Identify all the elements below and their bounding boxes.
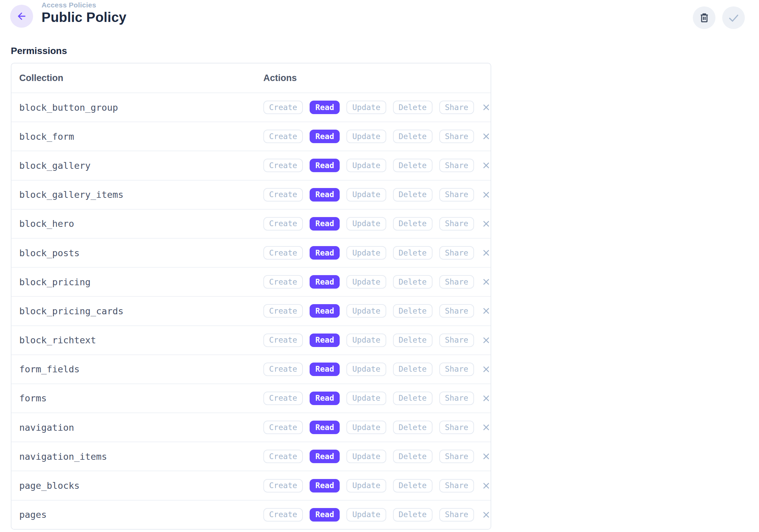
action-chip-delete[interactable]: Delete: [393, 304, 433, 318]
action-chip-delete[interactable]: Delete: [393, 188, 433, 202]
action-chip-share[interactable]: Share: [439, 450, 474, 463]
action-chip-share[interactable]: Share: [439, 217, 474, 231]
action-chip-update[interactable]: Update: [346, 246, 386, 260]
close-icon: [482, 481, 491, 490]
action-chip-delete[interactable]: Delete: [393, 392, 433, 405]
action-chip-update[interactable]: Update: [346, 159, 386, 172]
action-chip-update[interactable]: Update: [346, 130, 386, 143]
action-chip-create[interactable]: Create: [263, 246, 303, 260]
action-chip-read[interactable]: Read: [310, 508, 340, 522]
remove-permission-button[interactable]: [481, 480, 491, 491]
remove-permission-button[interactable]: [481, 393, 491, 404]
action-chip-create[interactable]: Create: [263, 363, 303, 376]
action-chip-read[interactable]: Read: [310, 246, 340, 260]
action-chip-read[interactable]: Read: [310, 159, 340, 172]
action-chip-update[interactable]: Update: [346, 101, 386, 114]
action-chip-delete[interactable]: Delete: [393, 275, 433, 289]
action-chip-delete[interactable]: Delete: [393, 217, 433, 231]
action-chip-read[interactable]: Read: [310, 392, 340, 405]
action-chip-read[interactable]: Read: [310, 421, 340, 434]
action-chip-update[interactable]: Update: [346, 392, 386, 405]
action-chip-update[interactable]: Update: [346, 188, 386, 202]
action-chip-read[interactable]: Read: [310, 130, 340, 143]
action-chip-delete[interactable]: Delete: [393, 334, 433, 347]
remove-permission-button[interactable]: [481, 422, 491, 433]
action-chip-create[interactable]: Create: [263, 334, 303, 347]
action-chip-read[interactable]: Read: [310, 101, 340, 114]
action-chip-delete[interactable]: Delete: [393, 508, 433, 522]
action-chip-delete[interactable]: Delete: [393, 246, 433, 260]
action-chip-read[interactable]: Read: [310, 217, 340, 231]
table-row: navigation CreateReadUpdateDeleteShare: [11, 413, 491, 442]
action-chip-read[interactable]: Read: [310, 479, 340, 493]
action-chip-create[interactable]: Create: [263, 304, 303, 318]
action-chip-delete[interactable]: Delete: [393, 159, 433, 172]
action-chip-update[interactable]: Update: [346, 304, 386, 318]
action-chip-create[interactable]: Create: [263, 508, 303, 522]
action-chip-read[interactable]: Read: [310, 275, 340, 289]
action-chip-delete[interactable]: Delete: [393, 130, 433, 143]
action-chip-create[interactable]: Create: [263, 392, 303, 405]
remove-permission-button[interactable]: [481, 102, 491, 113]
action-chip-share[interactable]: Share: [439, 421, 474, 434]
action-chip-delete[interactable]: Delete: [393, 421, 433, 434]
remove-permission-button[interactable]: [481, 160, 491, 171]
action-chip-update[interactable]: Update: [346, 275, 386, 289]
delete-policy-button[interactable]: [693, 6, 715, 29]
remove-permission-button[interactable]: [481, 451, 491, 462]
action-chip-share[interactable]: Share: [439, 508, 474, 522]
action-chip-update[interactable]: Update: [346, 217, 386, 231]
action-chip-update[interactable]: Update: [346, 479, 386, 493]
action-chip-read[interactable]: Read: [310, 450, 340, 463]
save-policy-button[interactable]: [722, 6, 745, 29]
action-chip-read[interactable]: Read: [310, 363, 340, 376]
action-chip-share[interactable]: Share: [439, 130, 474, 143]
collection-name: block_form: [19, 131, 263, 142]
action-chip-create[interactable]: Create: [263, 479, 303, 493]
action-chip-share[interactable]: Share: [439, 188, 474, 202]
collection-name: block_posts: [19, 248, 263, 258]
action-chip-share[interactable]: Share: [439, 304, 474, 318]
action-chip-create[interactable]: Create: [263, 130, 303, 143]
action-chip-update[interactable]: Update: [346, 508, 386, 522]
action-chip-read[interactable]: Read: [310, 334, 340, 347]
remove-permission-button[interactable]: [481, 247, 491, 258]
action-chip-create[interactable]: Create: [263, 101, 303, 114]
remove-permission-button[interactable]: [481, 189, 491, 200]
action-chip-delete[interactable]: Delete: [393, 479, 433, 493]
action-chip-update[interactable]: Update: [346, 334, 386, 347]
action-chip-create[interactable]: Create: [263, 159, 303, 172]
remove-permission-button[interactable]: [481, 509, 491, 520]
remove-permission-button[interactable]: [481, 305, 491, 316]
remove-permission-button[interactable]: [481, 364, 491, 375]
table-row: navigation_items CreateReadUpdateDeleteS…: [11, 442, 491, 471]
action-chip-read[interactable]: Read: [310, 188, 340, 202]
remove-permission-button[interactable]: [481, 218, 491, 229]
action-chip-create[interactable]: Create: [263, 450, 303, 463]
action-chip-update[interactable]: Update: [346, 363, 386, 376]
table-row: block_pricing CreateReadUpdateDeleteShar…: [11, 267, 491, 296]
action-chip-share[interactable]: Share: [439, 275, 474, 289]
action-chip-create[interactable]: Create: [263, 421, 303, 434]
remove-permission-button[interactable]: [481, 335, 491, 346]
action-chip-update[interactable]: Update: [346, 450, 386, 463]
action-chip-create[interactable]: Create: [263, 217, 303, 231]
action-chip-delete[interactable]: Delete: [393, 101, 433, 114]
back-button[interactable]: [10, 5, 33, 28]
action-chip-create[interactable]: Create: [263, 188, 303, 202]
action-chip-update[interactable]: Update: [346, 421, 386, 434]
action-chip-create[interactable]: Create: [263, 275, 303, 289]
action-chip-delete[interactable]: Delete: [393, 363, 433, 376]
action-chip-delete[interactable]: Delete: [393, 450, 433, 463]
close-icon: [482, 219, 491, 228]
action-chip-read[interactable]: Read: [310, 304, 340, 318]
action-chip-share[interactable]: Share: [439, 392, 474, 405]
action-chip-share[interactable]: Share: [439, 101, 474, 114]
remove-permission-button[interactable]: [481, 131, 491, 142]
action-chip-share[interactable]: Share: [439, 159, 474, 172]
action-chip-share[interactable]: Share: [439, 479, 474, 493]
action-chip-share[interactable]: Share: [439, 334, 474, 347]
action-chip-share[interactable]: Share: [439, 363, 474, 376]
action-chip-share[interactable]: Share: [439, 246, 474, 260]
remove-permission-button[interactable]: [481, 276, 491, 287]
